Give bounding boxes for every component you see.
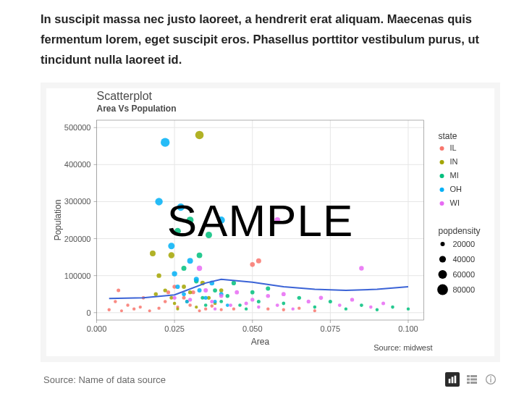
data-point [313,306,317,309]
data-point [329,300,332,303]
legend-swatch [440,160,444,164]
x-tick-label: 0.050 [242,324,263,333]
data-point [238,303,242,307]
chart-card: ScatterplotArea Vs Population0.0000.0250… [41,83,500,362]
legend-size-swatch [441,242,445,246]
data-point [282,302,285,306]
svg-rect-30 [470,382,477,384]
legend-label: IN [450,157,458,166]
data-point [132,308,135,311]
data-point [198,288,202,293]
legend-size-label: 20000 [453,240,476,248]
data-point [197,253,203,258]
legend-swatch [440,201,444,206]
data-point [257,300,261,303]
y-tick-label: 200000 [64,235,91,243]
x-tick-label: 0.000 [87,324,107,333]
legend-label: WI [450,198,460,207]
data-point [213,288,217,293]
data-point [195,131,204,140]
y-tick-label: 400000 [64,160,91,169]
color-legend-title: state [439,131,457,141]
svg-rect-25 [467,375,470,377]
data-point [150,251,156,256]
data-point [276,303,279,307]
data-point [338,303,342,307]
chart-caption: Source: midwest [373,343,432,352]
size-legend-title: popdensity [439,226,481,236]
data-point [360,303,363,307]
data-point [350,298,354,301]
legend-swatch [440,146,444,151]
data-point [154,293,158,296]
watermark-text: SAMPLE [167,196,354,245]
intro-paragraph: In suscipit massa nec justo laoreet, a h… [41,9,500,70]
data-point [232,281,236,285]
data-point [391,306,394,309]
legend-swatch [440,188,444,192]
data-point [250,298,254,301]
data-point [114,300,117,303]
legend-swatch [440,174,444,178]
data-point [126,303,129,306]
data-point [229,303,232,307]
legend-size-swatch [439,270,447,279]
legend-size-swatch [437,285,448,295]
data-point [376,308,379,311]
table-view-icon[interactable] [465,373,478,386]
data-point [197,266,202,271]
data-point [188,290,192,294]
loess-smooth-line [109,279,408,299]
legend-label: OH [450,185,463,193]
chart-plot: ScatterplotArea Vs Population0.0000.0250… [46,88,494,356]
y-tick-label: 300000 [64,198,91,206]
data-point [214,300,217,303]
svg-rect-24 [455,376,457,384]
data-point [173,302,177,306]
data-point [164,289,167,293]
data-point [256,258,261,264]
data-point [156,274,161,278]
data-point [245,308,248,311]
legend-size-label: 60000 [453,270,476,279]
data-point [219,288,224,293]
data-point [319,296,324,300]
chart-subtitle: Area Vs Population [97,104,177,114]
y-tick-label: 500000 [64,123,91,132]
data-point [292,308,295,311]
info-icon[interactable] [484,373,497,386]
data-point [210,304,214,308]
data-point [164,300,167,303]
chart-view-icon[interactable] [445,372,460,387]
data-point [381,302,385,306]
data-point [176,308,179,311]
data-point [185,300,189,303]
data-point [117,289,120,293]
y-tick-label: 100000 [64,272,91,280]
svg-rect-23 [452,377,454,384]
data-point [188,298,192,301]
legend-size-swatch [439,256,446,263]
data-point [232,308,235,311]
data-point [182,285,186,289]
data-point [155,198,162,205]
data-point [182,293,186,297]
x-axis-title: Area [251,337,270,347]
data-point [245,302,248,306]
data-point [169,252,174,258]
svg-rect-22 [449,379,451,383]
data-point [226,303,229,307]
data-point [313,309,316,312]
data-point [250,262,255,267]
svg-rect-27 [467,379,470,381]
data-point [157,307,160,310]
data-point [210,300,214,303]
figure-source-caption: Source: Name of data source [43,374,166,385]
chart-actions [445,372,497,387]
data-point [173,296,177,300]
svg-rect-28 [470,379,477,381]
data-point [188,303,192,307]
data-point [204,303,208,307]
data-point [161,138,169,147]
legend-size-label: 80000 [453,285,476,294]
